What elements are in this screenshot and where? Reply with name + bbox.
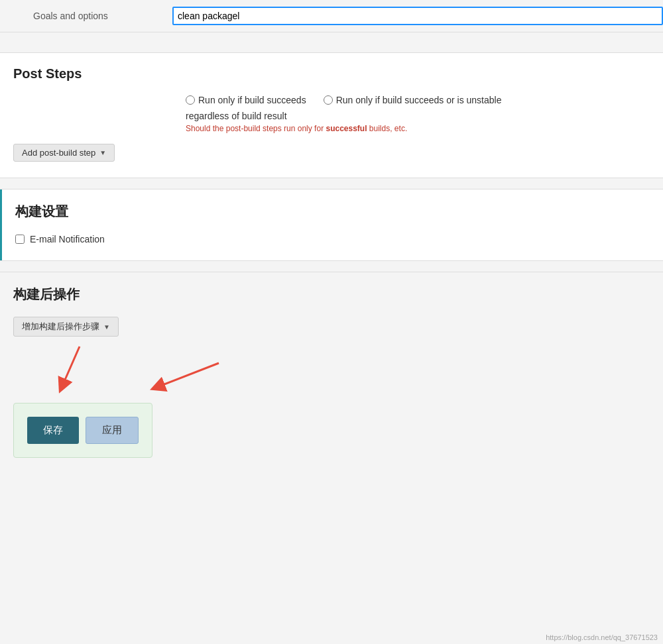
action-box: 保存 应用 — [13, 403, 152, 458]
dropdown-arrow-icon: ▼ — [99, 149, 106, 156]
post-steps-options: Run only if build succeeds Run only if b… — [13, 95, 650, 133]
radio-succeeds-or-unstable-label: Run only if build succeeds or is unstabl… — [336, 95, 502, 105]
build-settings-title: 构建设置 — [15, 203, 650, 221]
add-post-build-row: Add post-build step ▼ — [13, 144, 650, 162]
hint-text: Should the post-build steps run only for… — [186, 124, 650, 133]
svg-line-1 — [159, 363, 219, 386]
apply-button[interactable]: 应用 — [86, 417, 139, 444]
post-steps-inner: Post Steps Run only if build succeeds Ru… — [0, 53, 663, 178]
add-post-build-label: Add post-build step — [22, 148, 95, 158]
radio-succeeds[interactable] — [186, 95, 195, 105]
add-post-action-arrow-icon: ▼ — [103, 323, 110, 331]
add-post-build-button[interactable]: Add post-build step ▼ — [13, 144, 115, 162]
svg-line-0 — [63, 347, 80, 384]
goals-and-options-label: Goals and options — [0, 0, 172, 32]
post-actions-section: 构建后操作 增加构建后操作步骤 ▼ — [0, 272, 663, 468]
spacer-top — [0, 32, 663, 52]
add-post-action-button[interactable]: 增加构建后操作步骤 ▼ — [13, 317, 119, 337]
spacer-bot — [0, 261, 663, 272]
arrow-svg — [13, 343, 239, 396]
email-notification-row: E-mail Notification — [15, 234, 650, 244]
build-settings-inner: 构建设置 E-mail Notification — [0, 189, 663, 260]
top-bar: Goals and options — [0, 0, 663, 32]
build-settings-section: 构建设置 E-mail Notification — [0, 189, 663, 261]
post-steps-title: Post Steps — [13, 66, 650, 81]
radio-option-3-text: regardless of build result — [186, 111, 650, 121]
post-steps-section: Post Steps Run only if build succeeds Ru… — [0, 52, 663, 178]
hint-bold: successful — [326, 124, 367, 133]
goals-input-wrapper — [172, 0, 663, 32]
email-notification-checkbox[interactable] — [15, 235, 25, 244]
radio-succeeds-label: Run only if build succeeds — [198, 95, 306, 105]
radio-option-2[interactable]: Run only if build succeeds or is unstabl… — [324, 95, 502, 105]
add-post-action-label: 增加构建后操作步骤 — [22, 321, 99, 333]
post-actions-title: 构建后操作 — [13, 286, 650, 303]
watermark: https://blog.csdn.net/qq_37671523 — [546, 633, 658, 641]
goals-input[interactable] — [172, 7, 663, 25]
email-notification-label: E-mail Notification — [30, 234, 105, 244]
radio-group: Run only if build succeeds Run only if b… — [186, 95, 650, 105]
radio-option-1[interactable]: Run only if build succeeds — [186, 95, 306, 105]
post-actions-inner: 构建后操作 增加构建后操作步骤 ▼ — [0, 272, 663, 468]
save-button[interactable]: 保存 — [27, 417, 79, 444]
page-wrapper: Goals and options Post Steps Run only if… — [0, 0, 663, 644]
spacer-mid — [0, 178, 663, 189]
radio-succeeds-or-unstable[interactable] — [324, 95, 333, 105]
add-post-action-row: 增加构建后操作步骤 ▼ — [13, 317, 650, 337]
arrows-container — [13, 343, 239, 396]
